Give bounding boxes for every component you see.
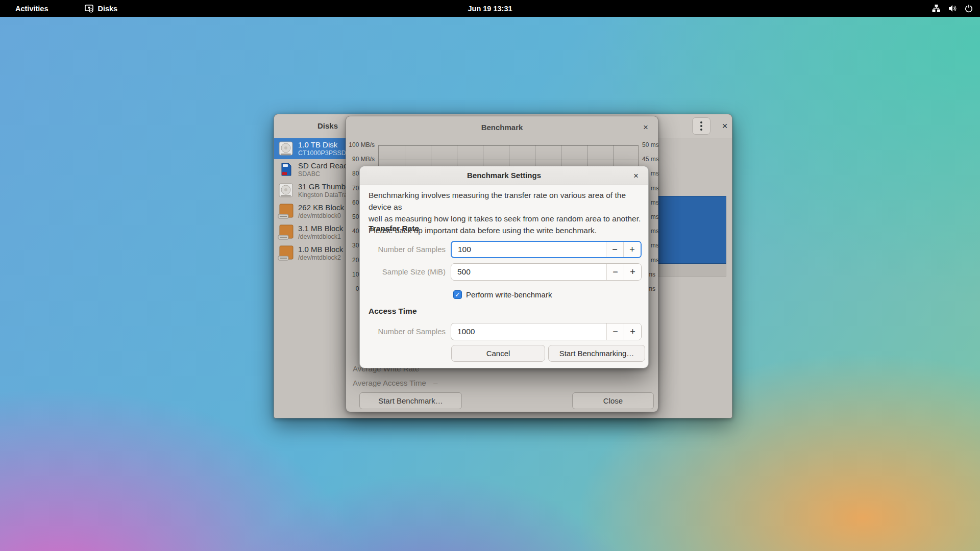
spin-decrement-button[interactable]: − <box>606 242 623 257</box>
benchmark-dialog-title: Benchmark <box>346 123 658 132</box>
disk-title: 1.0 TB Disk <box>298 140 337 149</box>
write-benchmark-checkbox-row[interactable]: ✓ Perform write-benchmark <box>453 290 552 299</box>
settings-dialog-title: Benchmark Settings <box>360 171 648 180</box>
description-line: Benchmarking involves measuring the tran… <box>369 189 642 213</box>
spin-decrement-button[interactable]: − <box>606 323 624 340</box>
spin-increment-button[interactable]: + <box>623 242 641 257</box>
write-benchmark-label[interactable]: Perform write-benchmark <box>466 290 552 299</box>
close-icon: × <box>633 171 639 181</box>
sd-card-icon <box>278 161 294 178</box>
volume-icon[interactable] <box>948 5 957 12</box>
spin-decrement-button[interactable]: − <box>606 264 624 280</box>
start-benchmark-button[interactable]: Start Benchmark… <box>359 392 462 409</box>
transfer-rate-heading: Transfer Rate <box>369 224 419 233</box>
description-line: well as measuring how long it takes to s… <box>369 213 642 224</box>
menu-dots-icon <box>700 121 702 131</box>
spin-increment-button[interactable]: + <box>624 264 641 280</box>
cancel-button[interactable]: Cancel <box>451 345 545 362</box>
sample-size-spinbutton: − + <box>451 263 642 281</box>
benchmark-close-button[interactable]: Close <box>572 392 654 409</box>
clock[interactable]: Jun 19 13:31 <box>468 0 512 17</box>
power-icon[interactable] <box>965 5 973 13</box>
disk-subtitle: /dev/mtdblock1 <box>298 233 341 240</box>
block-device-icon <box>278 203 294 219</box>
settings-dialog-close-button[interactable]: × <box>629 169 643 183</box>
sample-size-input[interactable] <box>451 264 606 280</box>
transfer-num-samples-label: Number of Samples <box>369 241 446 258</box>
average-access-time-value: – <box>433 379 437 387</box>
disk-subtitle: CT1000P3PSSD8 <box>298 149 350 157</box>
app-menu-button[interactable]: Disks <box>85 4 117 13</box>
axis-tick-label: 45 ms <box>642 156 659 163</box>
disk-subtitle: /dev/mtdblock0 <box>298 212 341 219</box>
average-access-time-row: Average Access Time– <box>353 379 437 387</box>
access-num-samples-input[interactable] <box>451 323 606 340</box>
close-icon: × <box>722 120 727 132</box>
benchmark-settings-dialog: Benchmark Settings × Benchmarking involv… <box>359 166 649 368</box>
spin-increment-button[interactable]: + <box>624 323 641 340</box>
disk-subtitle: /dev/mtdblock2 <box>298 254 341 261</box>
start-benchmarking-button[interactable]: Start Benchmarking… <box>548 345 645 362</box>
app-menu-label: Disks <box>97 5 117 13</box>
block-device-icon <box>278 224 294 240</box>
write-benchmark-checkbox[interactable]: ✓ <box>453 290 462 299</box>
average-access-time-label: Average Access Time <box>353 379 426 387</box>
activities-button[interactable]: Activities <box>12 5 51 13</box>
hard-disk-icon <box>278 182 294 198</box>
axis-tick-label: 100 MB/s <box>349 141 375 148</box>
disks-app-icon <box>85 4 93 13</box>
window-menu-button[interactable] <box>692 117 710 135</box>
axis-tick-label: 50 ms <box>642 141 659 148</box>
access-num-samples-spinbutton: − + <box>451 323 642 340</box>
access-time-heading: Access Time <box>369 307 417 316</box>
system-status-area[interactable] <box>932 0 973 17</box>
axis-tick-label: 90 MB/s <box>352 156 375 163</box>
disk-subtitle: SDABC <box>298 170 320 178</box>
transfer-num-samples-spinbutton: − + <box>451 241 642 258</box>
gnome-top-bar: Activities Disks Jun 19 13:31 <box>0 0 980 17</box>
hard-disk-icon <box>278 140 294 157</box>
access-num-samples-label: Number of Samples <box>369 323 446 340</box>
transfer-num-samples-input[interactable] <box>452 242 606 257</box>
sample-size-label: Sample Size (MiB) <box>369 263 446 281</box>
network-icon[interactable] <box>932 5 941 12</box>
disks-window-close-button[interactable]: × <box>717 117 732 135</box>
checkmark-icon: ✓ <box>455 291 460 298</box>
block-device-icon <box>278 245 294 261</box>
